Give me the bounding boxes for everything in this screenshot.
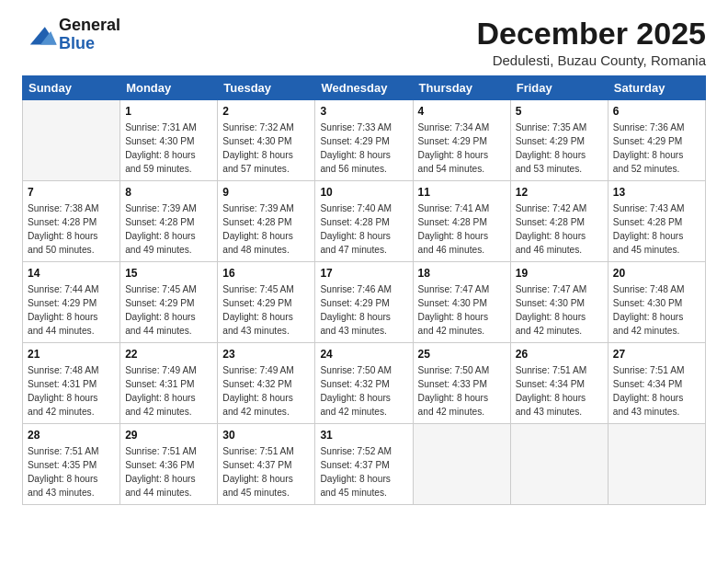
logo-icon (24, 24, 57, 46)
calendar-header-row: Sunday Monday Tuesday Wednesday Thursday… (23, 76, 706, 100)
table-row: 4Sunrise: 7:34 AMSunset: 4:29 PMDaylight… (413, 100, 510, 181)
table-row (608, 424, 705, 505)
day-info: Sunrise: 7:50 AMSunset: 4:33 PMDaylight:… (418, 364, 506, 419)
day-info: Sunrise: 7:51 AMSunset: 4:36 PMDaylight:… (125, 445, 212, 500)
day-info: Sunrise: 7:49 AMSunset: 4:32 PMDaylight:… (222, 364, 310, 419)
day-info: Sunrise: 7:36 AMSunset: 4:29 PMDaylight:… (613, 121, 700, 176)
header-wednesday: Wednesday (315, 76, 413, 100)
day-number: 14 (28, 266, 115, 282)
day-number: 19 (516, 266, 603, 282)
day-number: 25 (418, 347, 506, 362)
table-row: 6Sunrise: 7:36 AMSunset: 4:29 PMDaylight… (608, 100, 705, 181)
day-number: 8 (125, 185, 212, 201)
day-number: 7 (28, 185, 115, 201)
table-row: 1Sunrise: 7:31 AMSunset: 4:30 PMDaylight… (120, 100, 218, 181)
day-number: 30 (222, 428, 310, 443)
table-row: 8Sunrise: 7:39 AMSunset: 4:28 PMDaylight… (120, 181, 218, 262)
subtitle: Dedulesti, Buzau County, Romania (476, 52, 706, 68)
table-row: 31Sunrise: 7:52 AMSunset: 4:37 PMDayligh… (315, 424, 413, 505)
day-number: 29 (125, 428, 212, 443)
day-number: 12 (516, 185, 603, 201)
table-row: 20Sunrise: 7:48 AMSunset: 4:30 PMDayligh… (608, 262, 705, 343)
header-tuesday: Tuesday (218, 76, 315, 100)
table-row: 27Sunrise: 7:51 AMSunset: 4:34 PMDayligh… (608, 343, 705, 424)
day-number: 23 (222, 347, 310, 362)
table-row: 30Sunrise: 7:51 AMSunset: 4:37 PMDayligh… (218, 424, 315, 505)
table-row: 16Sunrise: 7:45 AMSunset: 4:29 PMDayligh… (218, 262, 315, 343)
day-number: 28 (28, 428, 115, 443)
day-number: 27 (613, 347, 700, 362)
day-info: Sunrise: 7:52 AMSunset: 4:37 PMDaylight:… (320, 445, 407, 500)
table-row: 15Sunrise: 7:45 AMSunset: 4:29 PMDayligh… (120, 262, 218, 343)
table-row: 24Sunrise: 7:50 AMSunset: 4:32 PMDayligh… (315, 343, 413, 424)
table-row: 26Sunrise: 7:51 AMSunset: 4:34 PMDayligh… (510, 343, 608, 424)
table-row (23, 100, 120, 181)
day-info: Sunrise: 7:42 AMSunset: 4:28 PMDaylight:… (516, 202, 603, 257)
day-number: 2 (222, 104, 310, 120)
day-number: 18 (418, 266, 506, 282)
day-number: 16 (222, 266, 310, 282)
day-number: 20 (613, 266, 700, 282)
header-saturday: Saturday (608, 76, 705, 100)
day-info: Sunrise: 7:48 AMSunset: 4:30 PMDaylight:… (613, 283, 700, 338)
table-row: 29Sunrise: 7:51 AMSunset: 4:36 PMDayligh… (120, 424, 218, 505)
page: General Blue December 2025 Dedulesti, Bu… (0, 0, 728, 563)
table-row: 9Sunrise: 7:39 AMSunset: 4:28 PMDaylight… (218, 181, 315, 262)
logo-area: General Blue (22, 17, 120, 53)
day-info: Sunrise: 7:51 AMSunset: 4:37 PMDaylight:… (222, 445, 310, 500)
header: General Blue December 2025 Dedulesti, Bu… (22, 17, 706, 68)
day-number: 5 (516, 104, 603, 120)
day-number: 3 (320, 104, 407, 120)
day-number: 21 (28, 347, 115, 362)
header-sunday: Sunday (23, 76, 120, 100)
day-info: Sunrise: 7:31 AMSunset: 4:30 PMDaylight:… (125, 121, 212, 176)
table-row: 21Sunrise: 7:48 AMSunset: 4:31 PMDayligh… (23, 343, 120, 424)
title-area: December 2025 Dedulesti, Buzau County, R… (476, 17, 706, 68)
day-number: 26 (516, 347, 603, 362)
day-number: 15 (125, 266, 212, 282)
day-info: Sunrise: 7:33 AMSunset: 4:29 PMDaylight:… (320, 121, 407, 176)
day-info: Sunrise: 7:47 AMSunset: 4:30 PMDaylight:… (418, 283, 506, 338)
logo-blue: Blue (59, 35, 120, 53)
table-row: 17Sunrise: 7:46 AMSunset: 4:29 PMDayligh… (315, 262, 413, 343)
day-info: Sunrise: 7:43 AMSunset: 4:28 PMDaylight:… (613, 202, 700, 257)
day-number: 9 (222, 185, 310, 201)
day-number: 17 (320, 266, 407, 282)
table-row: 11Sunrise: 7:41 AMSunset: 4:28 PMDayligh… (413, 181, 510, 262)
day-info: Sunrise: 7:51 AMSunset: 4:34 PMDaylight:… (516, 364, 603, 419)
day-number: 1 (125, 104, 212, 120)
day-number: 4 (418, 104, 506, 120)
day-info: Sunrise: 7:39 AMSunset: 4:28 PMDaylight:… (222, 202, 310, 257)
day-info: Sunrise: 7:45 AMSunset: 4:29 PMDaylight:… (222, 283, 310, 338)
header-friday: Friday (510, 76, 608, 100)
day-number: 10 (320, 185, 407, 201)
day-number: 6 (613, 104, 700, 120)
table-row: 5Sunrise: 7:35 AMSunset: 4:29 PMDaylight… (510, 100, 608, 181)
day-info: Sunrise: 7:39 AMSunset: 4:28 PMDaylight:… (125, 202, 212, 257)
day-info: Sunrise: 7:47 AMSunset: 4:30 PMDaylight:… (516, 283, 603, 338)
day-number: 13 (613, 185, 700, 201)
day-number: 31 (320, 428, 407, 443)
calendar-week-row: 7Sunrise: 7:38 AMSunset: 4:28 PMDaylight… (23, 181, 706, 262)
day-info: Sunrise: 7:32 AMSunset: 4:30 PMDaylight:… (222, 121, 310, 176)
header-monday: Monday (120, 76, 218, 100)
calendar-table: Sunday Monday Tuesday Wednesday Thursday… (22, 75, 706, 505)
day-info: Sunrise: 7:48 AMSunset: 4:31 PMDaylight:… (28, 364, 115, 419)
day-number: 22 (125, 347, 212, 362)
calendar-week-row: 14Sunrise: 7:44 AMSunset: 4:29 PMDayligh… (23, 262, 706, 343)
day-info: Sunrise: 7:34 AMSunset: 4:29 PMDaylight:… (418, 121, 506, 176)
month-title: December 2025 (476, 17, 706, 51)
logo-general: General (59, 17, 120, 35)
table-row: 10Sunrise: 7:40 AMSunset: 4:28 PMDayligh… (315, 181, 413, 262)
day-info: Sunrise: 7:46 AMSunset: 4:29 PMDaylight:… (320, 283, 407, 338)
table-row: 19Sunrise: 7:47 AMSunset: 4:30 PMDayligh… (510, 262, 608, 343)
header-thursday: Thursday (413, 76, 510, 100)
table-row: 2Sunrise: 7:32 AMSunset: 4:30 PMDaylight… (218, 100, 315, 181)
day-info: Sunrise: 7:50 AMSunset: 4:32 PMDaylight:… (320, 364, 407, 419)
day-info: Sunrise: 7:38 AMSunset: 4:28 PMDaylight:… (28, 202, 115, 257)
table-row: 14Sunrise: 7:44 AMSunset: 4:29 PMDayligh… (23, 262, 120, 343)
calendar-week-row: 1Sunrise: 7:31 AMSunset: 4:30 PMDaylight… (23, 100, 706, 181)
table-row: 23Sunrise: 7:49 AMSunset: 4:32 PMDayligh… (218, 343, 315, 424)
day-info: Sunrise: 7:44 AMSunset: 4:29 PMDaylight:… (28, 283, 115, 338)
day-info: Sunrise: 7:35 AMSunset: 4:29 PMDaylight:… (516, 121, 603, 176)
